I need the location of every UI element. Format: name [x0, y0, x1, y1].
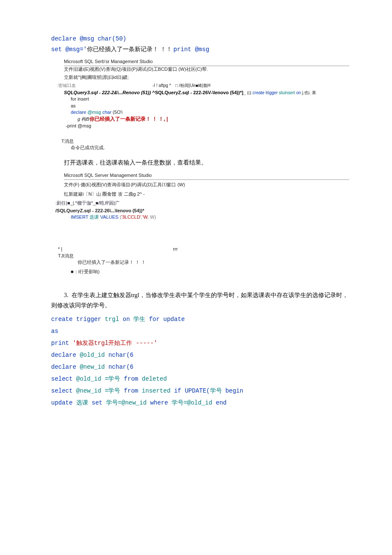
code-line: IMSERT 选课 VALUES ('3LCCLD','W, W)	[64, 214, 349, 220]
code-line: for insert	[64, 96, 349, 102]
code-line: declare @msg char (5O'i	[64, 109, 349, 116]
code-line: 曰 create trigger stuinsert on j.也i. 果	[247, 90, 316, 95]
code-line: create trigger trgl on 学生 for update	[51, 313, 349, 325]
code-line: select @old_id =学号 from deleted	[51, 373, 349, 385]
ssms-block-1: Microsoft SQL Serb'sr Management Studio …	[64, 58, 349, 151]
menu-bar: 文件(F) 傭(E)视图(V)查询④项目(P)调试(D)工具⑴窗口 (W)	[64, 182, 349, 188]
messages-body: 命令已成功完成.	[64, 145, 349, 151]
question-text: 在学生表上建立触发器trgl，当修改学生表中某个学生的学号时，如果选课表中存在该…	[51, 292, 348, 309]
code-line: as	[51, 325, 349, 337]
toolbar-fragment: -I ! aftpg *	[153, 83, 171, 89]
narrative-text: 打开选课表，往选课表输入一条任意数据，查看结果。	[64, 158, 349, 168]
code-line: update 选课 set 学号=@new_id where 学号=@old_i…	[51, 397, 349, 409]
code-text: set @msg='	[51, 46, 87, 53]
code-line: g 枸B你已经插入了一条新记录！ ！ ！, |	[64, 116, 349, 123]
toolbar-row: 红新建簸i〔N〕山 圈食髏 攻 二曲g 2^ -	[64, 191, 349, 197]
toolbar-row: 立新就^|阀|圃喧鬃|原|曰id日|鬷;	[64, 74, 349, 81]
menu-bar: 文件旧遞i(E)视图(V)查询(Q)项目(P)调试(D)工BCD窗口 (W)社区…	[64, 66, 349, 72]
intro-code: declare @msg char(50) set @msg='你已经插入了一条…	[51, 34, 349, 55]
code-line: declare @old_id nchar(6	[51, 349, 349, 361]
question-3: 3. 在学生表上建立触发器trgl，当修改学生表中某个学生的学号时，如果选课表中…	[51, 290, 349, 311]
code-line: as	[64, 103, 349, 109]
question-number: 3.	[64, 292, 69, 298]
messages-line: ■：i行受影响)	[64, 269, 349, 275]
ssms-block-2: Microsoft SQL Server Management Studio 文…	[64, 172, 349, 275]
toolbar-fragment: □ /粉闾|Uir■崎|脆H	[175, 83, 210, 89]
toolbar-fragment: :剧任|■_|.*棚亍伽*_■/晧岸园|广	[55, 200, 349, 206]
tab-label: /SQLQueryZ.sql - 222-26\...\lenovo (54))…	[55, 208, 349, 214]
toolbar-fragment: :密城11血	[57, 83, 76, 89]
decor-text: * |	[58, 246, 62, 252]
code-block-3: create trigger trgl on 学生 for update as …	[51, 313, 349, 409]
code-line: declare @new_id nchar(6	[51, 361, 349, 373]
code-text: declare @msg char(50)	[51, 35, 126, 42]
messages-header: TJl消息	[58, 253, 349, 259]
window-title: Microsoft SQL Server Management Studio	[64, 172, 349, 180]
messages-line: 你已经插入了一条新记录！ ！ ！	[64, 259, 349, 266]
decor-text: rrr	[173, 246, 178, 252]
code-text: 你已经插入了一条新记录！ ！！	[87, 46, 173, 52]
tab-label: SQLQuery3.sql - 222-2&\...Renovo (51)) ^…	[64, 90, 246, 95]
messages-header: T消息	[61, 138, 349, 145]
code-line: -print @msg	[66, 123, 349, 129]
code-line: select @new_id =学号 from inserted if UPDA…	[51, 385, 349, 397]
code-text: print @msg	[173, 46, 209, 53]
code-line: print '触发器trgl开始工作 -----'	[51, 337, 349, 349]
window-title: Microsoft SQL Serb'sr Management Studio	[64, 58, 349, 66]
